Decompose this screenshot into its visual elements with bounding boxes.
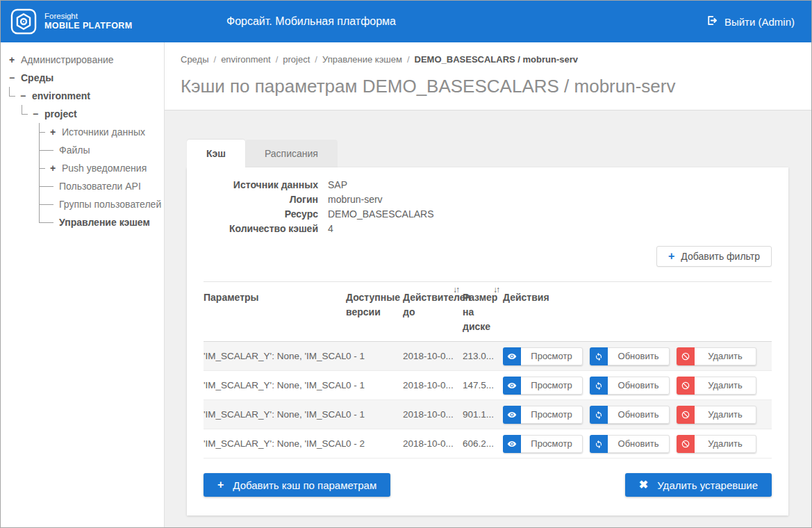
tree-item-label[interactable]: environment [32,90,90,101]
column-header-label[interactable]: Размер на диске [463,292,497,332]
column-header-label[interactable]: Действителен до [403,292,471,317]
logout-button[interactable]: Выйти (Admin) [706,15,795,28]
table-row: 'IM_SCALAR_Y': None, 'IM_SCALA... 0 - 1 … [204,400,772,429]
delete-button-label: Удалить [695,377,756,395]
tree-item-label[interactable]: Управление кэшем [59,217,150,228]
sidebar-item-push-notifications[interactable]: + Push уведомления [1,159,164,177]
delete-outdated-button[interactable]: ✖ Удалить устаревшие [625,473,772,497]
view-button-label: Просмотр [521,406,583,424]
sidebar-item-environments[interactable]: − Среды [1,69,164,87]
tree-connector [22,105,30,123]
breadcrumb: Среды/environment/project/Управление кэш… [181,54,795,65]
cell-versions: 0 - 1 [346,400,403,429]
x-icon: ✖ [639,479,648,490]
sort-icon[interactable]: ↓↑ [453,283,458,297]
info-row-login: Логин mobrun-serv [204,192,772,207]
refresh-icon [590,347,608,365]
info-row-cache-count: Количество кэшей 4 [204,222,772,236]
tree-item-label[interactable]: Администрирование [21,54,114,65]
tree-item-label[interactable]: Файлы [59,145,90,156]
delete-button[interactable]: Удалить [677,406,756,424]
breadcrumb-item[interactable]: environment [221,54,271,65]
tab-bar: Кэш Расписания [187,140,788,167]
tree-item-label[interactable]: Push уведомления [62,163,147,174]
cell-valid-until: 2018-10-0... [403,400,463,429]
breadcrumb-item[interactable]: Управление кэшем [322,54,402,65]
tree-item-label[interactable]: Группы пользователей [59,199,161,210]
cell-size: 606.2... [463,429,503,459]
sidebar-item-environment[interactable]: − environment [1,87,164,105]
collapse-minus-icon[interactable]: − [6,72,17,83]
eye-icon [503,347,521,365]
info-label: Количество кэшей [204,222,318,236]
refresh-button[interactable]: Обновить [590,435,670,453]
expand-plus-icon[interactable]: + [47,163,58,174]
delete-button[interactable]: Удалить [677,435,756,453]
sidebar-item-administration[interactable]: + Администрирование [1,51,164,69]
tree-item-label[interactable]: project [44,108,77,119]
cache-table: Параметры Доступные версии ↓↑Действителе… [204,281,772,459]
eye-icon [503,406,521,424]
refresh-button[interactable]: Обновить [590,377,670,395]
tree-connector [39,177,56,195]
page-header: Среды/environment/project/Управление кэш… [165,42,811,110]
plus-icon: + [217,479,224,490]
delete-button[interactable]: Удалить [677,347,756,365]
navigation-tree: + Администрирование − Среды − environmen… [1,42,165,527]
column-header-valid-until: ↓↑Действителен до [403,282,463,342]
delete-button[interactable]: Удалить [677,377,756,395]
add-filter-button[interactable]: + Добавить фильтр [656,246,772,267]
breadcrumb-item[interactable]: Среды [181,54,209,65]
app-logo[interactable]: Foresight MOBILE PLATFORM [10,8,133,35]
view-button[interactable]: Просмотр [503,406,583,424]
sort-icon[interactable]: ↓↑ [493,283,499,297]
refresh-icon [590,406,608,424]
breadcrumb-item[interactable]: project [283,54,310,65]
breadcrumb-separator: / [276,54,279,65]
view-button[interactable]: Просмотр [503,377,583,395]
column-header-versions: Доступные версии [346,282,403,342]
sidebar-item-api-users[interactable]: Пользователи API [1,177,164,195]
info-label: Ресурс [204,207,318,222]
tab-label: Расписания [265,148,318,159]
tree-item-label[interactable]: Среды [21,72,53,83]
cell-versions: 0 - 1 [346,342,403,371]
breadcrumb-separator: / [407,54,410,65]
cell-actions: Просмотр Обновить Удалить [503,371,772,400]
table-row: 'IM_SCALAR_Y': None, 'IM_SCALA... 0 - 2 … [204,429,772,459]
breadcrumb-separator: / [315,54,317,65]
ban-icon [677,347,695,365]
tree-connector [39,123,47,141]
expand-plus-icon[interactable]: + [6,54,17,65]
eye-icon [503,435,521,453]
delete-outdated-label: Удалить устаревшие [657,479,758,491]
sidebar-item-project[interactable]: − project [1,105,164,123]
breadcrumb-current: DEMO_BASESCALARS / mobrun-serv [415,54,578,65]
view-button-label: Просмотр [521,347,583,365]
sidebar-item-user-groups[interactable]: Группы пользователей [1,195,164,213]
table-row: 'IM_SCALAR_Y': None, 'IM_SCALA... 0 - 1 … [204,342,772,371]
collapse-minus-icon[interactable]: − [17,90,28,101]
tree-item-label[interactable]: Пользователи API [59,181,141,192]
view-button-label: Просмотр [521,377,583,395]
delete-button-label: Удалить [695,347,756,365]
refresh-button[interactable]: Обновить [590,406,670,424]
cell-params: 'IM_SCALAR_Y': None, 'IM_SCALA... [204,371,346,400]
logo-brand-name: Foresight [44,11,133,21]
cache-info: Источник данных SAP Логин mobrun-serv Ре… [204,178,772,236]
view-button[interactable]: Просмотр [503,435,583,453]
expand-plus-icon[interactable]: + [47,126,58,138]
collapse-minus-icon[interactable]: − [30,108,41,119]
info-value: DEMO_BASESCALARS [328,207,434,222]
tab-schedules[interactable]: Расписания [245,140,338,167]
info-value: 4 [328,222,333,236]
refresh-button[interactable]: Обновить [590,347,670,365]
view-button[interactable]: Просмотр [503,347,583,365]
sidebar-item-files[interactable]: Файлы [1,141,164,159]
sidebar-item-data-sources[interactable]: + Источники данных [1,123,164,141]
refresh-icon [590,435,608,453]
add-cache-by-params-button[interactable]: + Добавить кэш по параметрам [204,473,390,497]
tree-item-label[interactable]: Источники данных [62,126,145,138]
sidebar-item-cache-management[interactable]: Управление кэшем [1,213,164,231]
tab-cache[interactable]: Кэш [187,140,245,167]
